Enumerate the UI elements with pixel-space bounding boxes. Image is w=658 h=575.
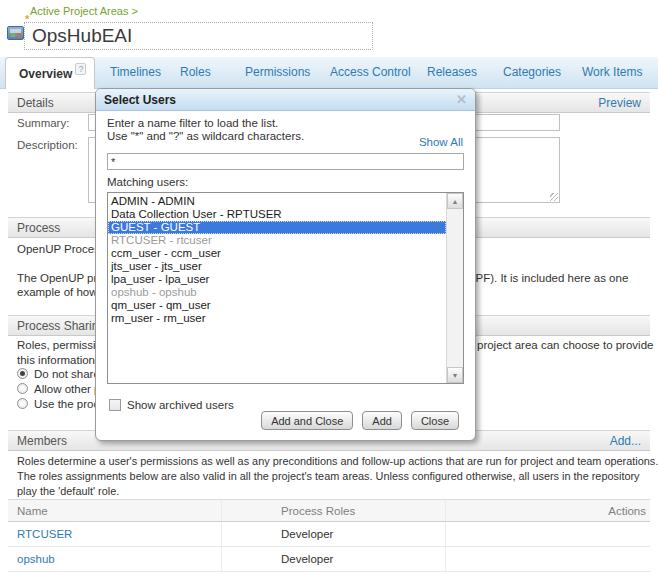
- help-icon[interactable]: ?: [75, 63, 86, 75]
- user-list-item[interactable]: rm_user - rm_user: [108, 312, 446, 325]
- tab-work-items[interactable]: Work Items: [582, 57, 642, 88]
- add-and-close-button[interactable]: Add and Close: [261, 411, 353, 430]
- add-button[interactable]: Add: [362, 411, 402, 430]
- close-button[interactable]: Close: [411, 411, 459, 430]
- user-list-item[interactable]: jts_user - jts_user: [108, 260, 446, 273]
- radio-icon[interactable]: [17, 398, 28, 409]
- tab-access-control[interactable]: Access Control: [330, 57, 411, 88]
- member-link[interactable]: RTCUSER: [17, 528, 72, 540]
- members-description-line: The roles assignments below are also val…: [17, 470, 658, 485]
- member-link[interactable]: opshub: [17, 553, 55, 565]
- radio-icon[interactable]: [17, 383, 28, 394]
- user-list-item[interactable]: lpa_user - lpa_user: [108, 273, 446, 286]
- dialog-instruction: Enter a name filter to load the list.: [107, 117, 278, 129]
- member-actions-cell: [446, 547, 650, 571]
- tab-overview-label: Overview: [19, 67, 72, 81]
- sharing-radio-group: Do not share Allow other p Use the proc: [17, 366, 100, 411]
- tab-permissions[interactable]: Permissions: [245, 57, 310, 88]
- column-header-process-roles: Process Roles: [222, 500, 446, 521]
- radio-label: Allow other p: [34, 383, 100, 395]
- project-name-field[interactable]: OpsHubEAI: [24, 22, 373, 50]
- members-table-header: Name Process Roles Actions: [8, 499, 650, 522]
- table-row: RTCUSER Developer: [8, 522, 650, 547]
- user-list-item[interactable]: ccm_user - ccm_user: [108, 247, 446, 260]
- add-member-link[interactable]: Add...: [610, 434, 641, 448]
- dialog-title: Select Users: [104, 93, 176, 107]
- tab-releases[interactable]: Releases: [427, 57, 477, 88]
- tab-roles[interactable]: Roles: [180, 57, 211, 88]
- matching-users-label: Matching users:: [107, 176, 188, 188]
- members-description: Roles determine a user's permissions as …: [17, 455, 658, 500]
- name-filter-input[interactable]: [107, 153, 464, 170]
- user-list-item[interactable]: ADMIN - ADMIN: [108, 195, 446, 208]
- section-members-title: Members: [17, 434, 67, 448]
- sharing-paragraph-fragment: this information,: [17, 354, 98, 366]
- dialog-titlebar: Select Users ✕: [96, 89, 475, 111]
- member-role: Developer: [222, 522, 446, 546]
- summary-label: Summary:: [17, 117, 69, 129]
- project-area-icon: [7, 26, 24, 40]
- sharing-paragraph-fragment: Roles, permissi: [17, 339, 96, 351]
- dialog-instruction: Use "*" and "?" as wildcard characters.: [107, 130, 304, 142]
- members-description-line: play the 'default' role.: [17, 485, 658, 500]
- tabs-row: TimelinesRolesPermissionsAccess ControlR…: [0, 57, 658, 89]
- page-title: OpsHubEAI: [32, 25, 132, 47]
- column-header-name: Name: [8, 500, 222, 521]
- radio-do-not-share[interactable]: Do not share: [17, 366, 100, 381]
- user-list[interactable]: ▲ ▼ ADMIN - ADMINData Collection User - …: [107, 192, 464, 384]
- breadcrumb[interactable]: Active Project Areas >: [30, 5, 138, 17]
- process-name-text: OpenUP Process: [17, 243, 106, 255]
- show-archived-checkbox[interactable]: [109, 399, 121, 411]
- section-details-title: Details: [17, 96, 54, 110]
- member-role: Developer: [222, 547, 446, 571]
- tab-overview[interactable]: Overview ?: [5, 57, 95, 89]
- radio-use-process[interactable]: Use the proc: [17, 396, 100, 411]
- dialog-buttons: Add and Close Add Close: [96, 411, 459, 430]
- tab-categories[interactable]: Categories: [503, 57, 561, 88]
- process-paragraph-fragment: example of how: [17, 286, 98, 298]
- close-icon[interactable]: ✕: [456, 92, 467, 107]
- tab-timelines[interactable]: Timelines: [110, 57, 161, 88]
- select-users-dialog: Select Users ✕ Enter a name filter to lo…: [95, 88, 476, 441]
- radio-allow-other[interactable]: Allow other p: [17, 381, 100, 396]
- user-list-item[interactable]: RTCUSER - rtcuser: [108, 234, 446, 247]
- scrollbar[interactable]: ▲ ▼: [446, 193, 463, 383]
- members-table: Name Process Roles Actions RTCUSER Devel…: [8, 499, 650, 572]
- scroll-down-icon[interactable]: ▼: [447, 367, 463, 383]
- user-list-item[interactable]: qm_user - qm_user: [108, 299, 446, 312]
- user-list-item[interactable]: Data Collection User - RPTUSER: [108, 208, 446, 221]
- members-description-line: Roles determine a user's permissions as …: [17, 455, 658, 470]
- radio-label: Do not share: [34, 368, 100, 380]
- member-actions-cell: [446, 522, 650, 546]
- preview-link[interactable]: Preview: [598, 96, 641, 110]
- column-header-actions: Actions: [446, 500, 650, 521]
- show-archived-label: Show archived users: [127, 399, 234, 411]
- table-row: opshub Developer: [8, 547, 650, 572]
- section-process-title: Process: [17, 221, 60, 235]
- description-label: Description:: [17, 139, 78, 151]
- section-process-sharing-title: Process Sharing: [17, 319, 105, 333]
- user-list-item[interactable]: opshub - opshub: [108, 286, 446, 299]
- radio-label: Use the proc: [34, 398, 99, 410]
- process-paragraph-fragment: The OpenUP pro: [17, 272, 104, 284]
- project-area-page: Active Project Areas > * OpsHubEAI Overv…: [0, 0, 658, 575]
- user-list-item[interactable]: GUEST - GUEST: [108, 221, 446, 234]
- sharing-paragraph-fragment: project area can choose to provide: [477, 339, 653, 351]
- show-all-link[interactable]: Show All: [419, 136, 463, 148]
- scroll-up-icon[interactable]: ▲: [447, 193, 463, 209]
- resize-grip-icon[interactable]: [550, 193, 558, 201]
- radio-selected-icon[interactable]: [17, 368, 28, 379]
- process-paragraph-fragment: (EPF). It is included here as one: [464, 272, 628, 284]
